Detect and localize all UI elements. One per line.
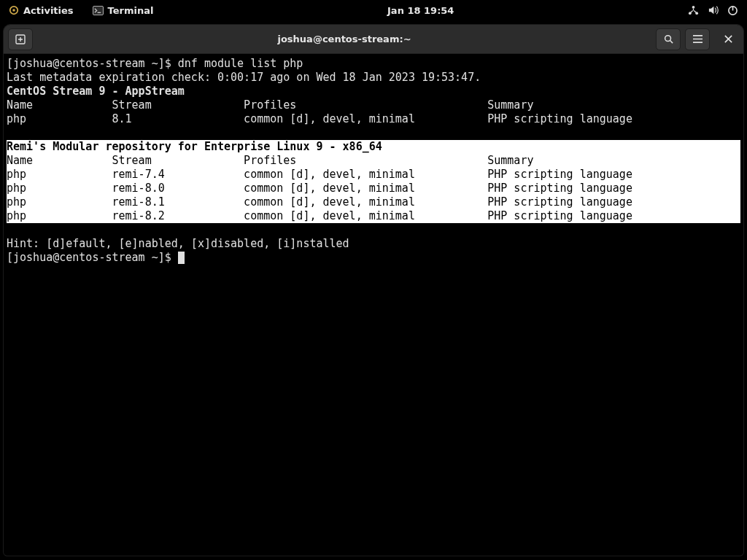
svg-point-8: [665, 36, 670, 42]
terminal-viewport[interactable]: [joshua@centos-stream ~]$ dnf module lis…: [4, 54, 743, 556]
network-icon: [688, 5, 699, 15]
column-header-selected: Name Stream Profiles Summary: [7, 154, 740, 168]
terminal-cursor: [178, 252, 185, 264]
app-menu[interactable]: Terminal: [88, 4, 158, 18]
module-row-selected: php remi-8.0 common [d], devel, minimal …: [7, 182, 740, 195]
module-row: php 8.1 common [d], devel, minimal PHP s…: [7, 112, 632, 125]
close-icon: [724, 34, 733, 44]
terminal-icon: [93, 6, 104, 15]
module-row-selected: php remi-7.4 common [d], devel, minimal …: [7, 168, 740, 182]
volume-icon: [708, 5, 719, 15]
module-row-selected: php remi-8.1 common [d], devel, minimal …: [7, 195, 740, 209]
new-tab-button[interactable]: [8, 28, 33, 50]
hamburger-icon: [692, 34, 703, 44]
distro-logo-icon: [9, 5, 19, 15]
clock[interactable]: Jan 18 19:54: [383, 4, 458, 18]
window-title: joshua@centos-stream:~: [277, 34, 411, 44]
svg-point-1: [12, 9, 15, 12]
window-close-button[interactable]: [717, 28, 739, 50]
repo-header: CentOS Stream 9 - AppStream: [7, 85, 185, 98]
power-icon: [727, 5, 738, 16]
command: dnf module list php: [178, 57, 303, 70]
hint-line: Hint: [d]efault, [e]nabled, [x]disabled,…: [7, 237, 349, 250]
new-tab-icon: [15, 34, 26, 45]
repo-header-selected: Remi's Modular repository for Enterprise…: [7, 140, 740, 154]
system-status-area[interactable]: [684, 4, 743, 18]
svg-rect-2: [93, 6, 103, 15]
column-header: Name Stream Profiles Summary: [7, 98, 533, 112]
activities-label: Activities: [23, 5, 74, 16]
search-icon: [663, 34, 674, 44]
hamburger-menu-button[interactable]: [685, 28, 710, 50]
module-row-selected: php remi-8.2 common [d], devel, minimal …: [7, 209, 740, 223]
clock-label: Jan 18 19:54: [387, 5, 454, 16]
terminal-window: joshua@centos-stream:~ [joshua@centos-st…: [3, 24, 744, 556]
search-button[interactable]: [656, 28, 681, 50]
svg-point-3: [692, 6, 695, 9]
prompt: [joshua@centos-stream ~]$: [7, 57, 178, 70]
window-titlebar: joshua@centos-stream:~: [4, 25, 743, 54]
activities-button[interactable]: Activities: [4, 4, 78, 18]
app-menu-label: Terminal: [108, 5, 154, 16]
prompt: [joshua@centos-stream ~]$: [7, 251, 178, 264]
gnome-top-bar: Activities Terminal Jan 18 19:54: [0, 0, 747, 20]
output-line: Last metadata expiration check: 0:00:17 …: [7, 71, 481, 84]
